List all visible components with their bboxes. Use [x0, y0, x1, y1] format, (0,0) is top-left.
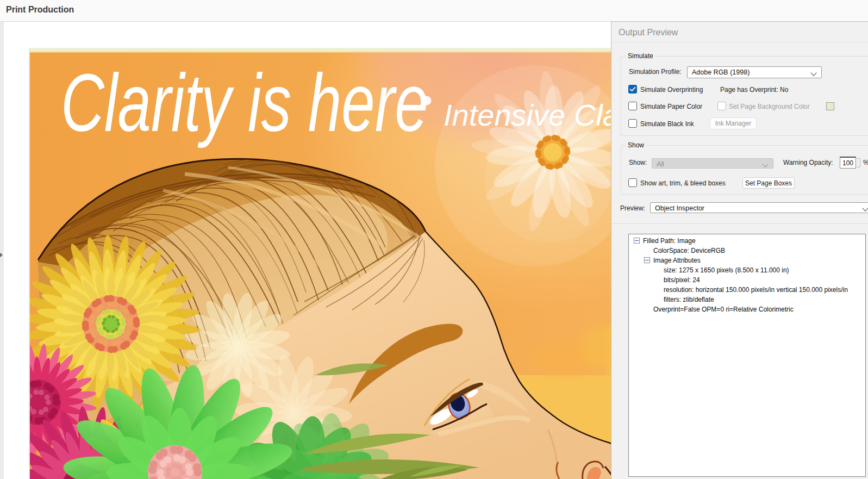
svg-text:Clarity is here: Clarity is here — [61, 57, 428, 148]
svg-text:Intensive Clarity Essence: Intensive Clarity Essence — [444, 98, 611, 132]
